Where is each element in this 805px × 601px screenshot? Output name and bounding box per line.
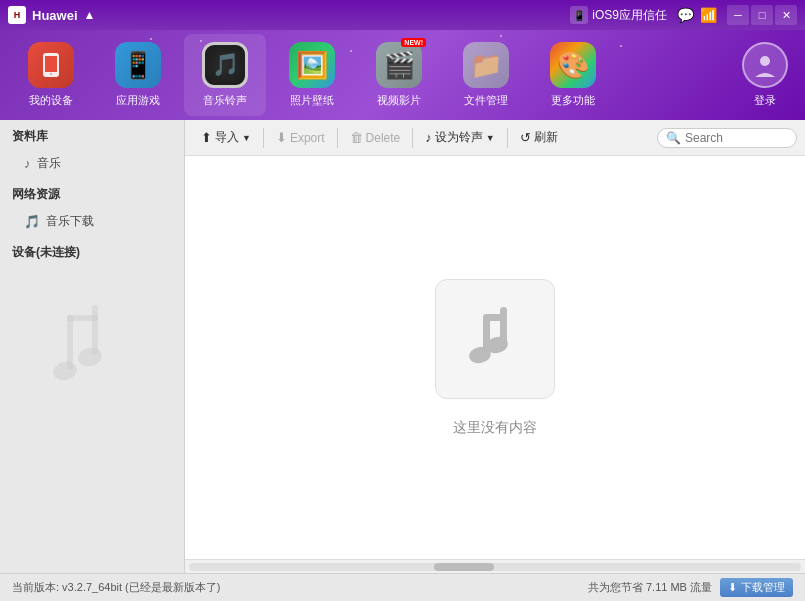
svg-rect-11	[483, 314, 507, 321]
video-icon: 🎬 NEW!	[376, 42, 422, 88]
refresh-label: 刷新	[534, 129, 558, 146]
delete-icon: 🗑	[350, 130, 363, 145]
sidebar-download-label: 音乐下载	[46, 213, 94, 230]
content-area: ⬆ 导入 ▼ ⬇ Export 🗑 Delete ♪ 设为铃声 ▼ ↺	[185, 120, 805, 573]
login-label: 登录	[754, 93, 776, 108]
import-icon: ⬆	[201, 130, 212, 145]
scrollbar-thumb[interactable]	[434, 563, 494, 571]
import-label: 导入	[215, 129, 239, 146]
avatar	[742, 42, 788, 88]
nav-item-games[interactable]: 📱 应用游戏	[97, 34, 179, 116]
search-icon: 🔍	[666, 131, 681, 145]
device-icon	[28, 42, 74, 88]
section-device: 设备(未连接)	[0, 236, 184, 265]
svg-rect-5	[92, 305, 98, 355]
import-dropdown-arrow: ▼	[242, 133, 251, 143]
statusbar: 当前版本: v3.2.7_64bit (已经是最新版本了) 共为您节省 7.11…	[0, 573, 805, 601]
sidebar-item-download[interactable]: 🎵 音乐下载	[0, 207, 184, 236]
section-library: 资料库	[0, 120, 184, 149]
empty-music-svg	[455, 299, 535, 379]
app-logo: H	[8, 6, 26, 24]
search-input[interactable]	[685, 131, 785, 145]
chat-icon: 💬	[677, 7, 694, 23]
ringtone-icon: 🎵	[202, 42, 248, 88]
navbar: 我的设备 📱 应用游戏 🎵 音乐铃声 🖼️ 照片壁纸 🎬 NEW! 视频影片 📁	[0, 30, 805, 120]
wifi-icon: 📶	[700, 7, 717, 23]
new-badge: NEW!	[401, 38, 426, 47]
download-manager-label: 下载管理	[741, 580, 785, 595]
sidebar-music-preview	[37, 295, 147, 395]
music-download-icon: 🎵	[24, 214, 40, 229]
sidebar-item-music[interactable]: ♪ 音乐	[0, 149, 184, 178]
section-network: 网络资源	[0, 178, 184, 207]
nav-label-games: 应用游戏	[116, 93, 160, 108]
export-button[interactable]: ⬇ Export	[268, 126, 333, 149]
games-icon: 📱	[115, 42, 161, 88]
sep3	[412, 128, 413, 148]
nav-item-video[interactable]: 🎬 NEW! 视频影片	[358, 34, 440, 116]
more-icon: 🎨	[550, 42, 596, 88]
upload-icon: ▲	[84, 8, 96, 22]
export-icon: ⬇	[276, 130, 287, 145]
sidebar-preview	[22, 285, 162, 405]
svg-rect-1	[45, 56, 57, 72]
svg-point-7	[51, 359, 79, 383]
svg-point-8	[76, 345, 104, 369]
sidebar: 资料库 ♪ 音乐 网络资源 🎵 音乐下载 设备(未连接)	[0, 120, 185, 573]
files-icon: 📁	[463, 42, 509, 88]
sep2	[337, 128, 338, 148]
nav-label-wallpaper: 照片壁纸	[290, 93, 334, 108]
nav-label-ringtone: 音乐铃声	[203, 93, 247, 108]
nav-item-files[interactable]: 📁 文件管理	[445, 34, 527, 116]
refresh-icon: ↺	[520, 130, 531, 145]
wallpaper-icon: 🖼️	[289, 42, 335, 88]
nav-item-device[interactable]: 我的设备	[10, 34, 92, 116]
download-manager-button[interactable]: ⬇ 下载管理	[720, 578, 793, 597]
refresh-button[interactable]: ↺ 刷新	[512, 125, 566, 150]
nav-item-ringtone[interactable]: 🎵 音乐铃声	[184, 34, 266, 116]
sidebar-music-label: 音乐	[37, 155, 61, 172]
maximize-button[interactable]: □	[751, 5, 773, 25]
titlebar-icons: 💬 📶	[677, 7, 717, 23]
saved-label: 共为您节省 7.11 MB 流量	[588, 580, 712, 595]
nav-label-video: 视频影片	[377, 93, 421, 108]
ringtone-icon-btn: ♪	[425, 130, 432, 145]
nav-label-files: 文件管理	[464, 93, 508, 108]
app-brand: Huawei	[32, 8, 78, 23]
scrollbar-track	[189, 563, 801, 571]
nav-item-wallpaper[interactable]: 🖼️ 照片壁纸	[271, 34, 353, 116]
nav-label-device: 我的设备	[29, 93, 73, 108]
titlebar: H Huawei ▲ 📱 iOS9应用信任 💬 📶 ─ □ ✕	[0, 0, 805, 30]
svg-rect-6	[67, 315, 98, 321]
minimize-button[interactable]: ─	[727, 5, 749, 25]
export-label: Export	[290, 131, 325, 145]
music-icon: ♪	[24, 156, 31, 171]
ios-icon: 📱	[570, 6, 588, 24]
version-label: 当前版本: v3.2.7_64bit (已经是最新版本了)	[12, 580, 220, 595]
svg-point-2	[50, 73, 52, 75]
nav-login[interactable]: 登录	[735, 42, 795, 108]
nav-item-more[interactable]: 🎨 更多功能	[532, 34, 614, 116]
empty-text: 这里没有内容	[453, 419, 537, 437]
window-controls[interactable]: ─ □ ✕	[727, 5, 797, 25]
delete-button[interactable]: 🗑 Delete	[342, 126, 409, 149]
search-box: 🔍	[657, 128, 797, 148]
main-area: 资料库 ♪ 音乐 网络资源 🎵 音乐下载 设备(未连接)	[0, 120, 805, 573]
svg-point-3	[760, 56, 770, 66]
toolbar: ⬆ 导入 ▼ ⬇ Export 🗑 Delete ♪ 设为铃声 ▼ ↺	[185, 120, 805, 156]
titlebar-left: H Huawei ▲	[8, 6, 95, 24]
download-icon: ⬇	[728, 581, 737, 594]
delete-label: Delete	[366, 131, 401, 145]
sep1	[263, 128, 264, 148]
ios-trust-label: 📱 iOS9应用信任	[570, 6, 667, 24]
titlebar-right: 📱 iOS9应用信任 💬 📶 ─ □ ✕	[570, 5, 797, 25]
close-button[interactable]: ✕	[775, 5, 797, 25]
import-button[interactable]: ⬆ 导入 ▼	[193, 125, 259, 150]
set-ringtone-button[interactable]: ♪ 设为铃声 ▼	[417, 125, 502, 150]
horizontal-scrollbar[interactable]	[185, 559, 805, 573]
svg-rect-4	[67, 315, 73, 370]
empty-music-box	[435, 279, 555, 399]
ringtone-dropdown-arrow: ▼	[486, 133, 495, 143]
statusbar-right: 共为您节省 7.11 MB 流量 ⬇ 下载管理	[588, 578, 793, 597]
set-ringtone-label: 设为铃声	[435, 129, 483, 146]
